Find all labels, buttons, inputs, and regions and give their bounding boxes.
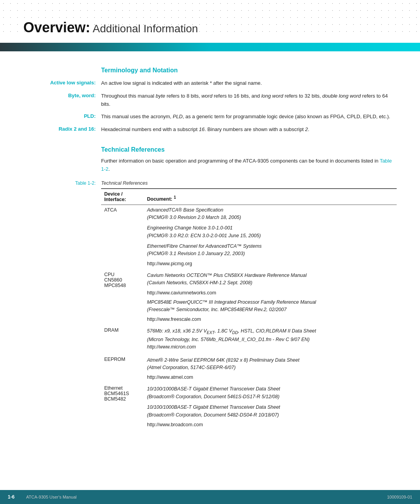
table-row: CPUCN5860MPC8548 Cavium Networks OCTEON™… [101,268,397,289]
footer: 1-6 ATCA-9305 User's Manual 10009109-01 [0,490,420,504]
footer-page-num: 1-6 [8,494,14,500]
header-title: Overview: Additional Information [23,12,397,40]
term-label-radix: Radix 2 and 16: [23,126,101,132]
col-document: Document: 1 [144,189,397,205]
page-wrapper: Overview: Additional Information Termino… [0,0,420,504]
term-row-radix: Radix 2 and 16: Hexadecimal numbers end … [23,126,397,134]
table-row: ATCA AdvancedTCA® Base Specification(PIC… [101,205,397,223]
table-row: DRAM 576Mb: x9, x18, x36 2.5V VEXT, 1.8C… [101,324,397,352]
device-cell-atca: ATCA [101,205,144,268]
table-row: Engineering Change Notice 3.0-1.0-001(PI… [101,223,397,241]
term-row-pld: PLD: This manual uses the acronym, PLD, … [23,113,397,121]
table-row: http://www.atmel.com [101,373,397,382]
teal-bar [0,43,420,51]
term-row-byte-word: Byte, word: Throughout this manual byte … [23,92,397,108]
term-desc-pld: This manual uses the acronym, PLD, as a … [101,113,397,121]
term-desc-byte-word: Throughout this manual byte refers to 8 … [101,92,397,108]
url-cell: http://www.broadcom.com [144,420,397,429]
footer-manual-title: ATCA-9305 User's Manual [26,495,77,499]
col-device: Device /Interface: [101,189,144,205]
device-cell-eeprom: EEPROM [101,353,144,382]
table-header-row: Device /Interface: Document: 1 [101,189,397,205]
terminology-title: Terminology and Notation [101,67,178,74]
device-cell-ethernet: EthernetBCM5461SBCM5482 [101,382,144,429]
doc-cell: Atmel® 2-Wire Serial EEPROM 64K (8192 x … [144,353,397,373]
url-cell: http://www.freescale.com [144,315,397,324]
tech-ref-section: Technical References Further information… [23,146,397,429]
table-link[interactable]: Table 1-2 [101,158,392,172]
term-label-active-low: Active low signals: [23,79,101,86]
doc-cell: MPC8548E PowerQUICC™ III Integrated Proc… [144,297,397,315]
table-label-val: Technical References [101,180,148,186]
term-label-byte-word: Byte, word: [23,92,101,98]
ref-table: Device /Interface: Document: 1 ATCA Adva… [101,188,397,429]
doc-cell: Cavium Networks OCTEON™ Plus CN58XX Hard… [144,268,397,289]
title-rest: Additional Information [90,23,198,35]
tech-ref-title: Technical References [101,146,164,153]
title-bold: Overview: [23,19,90,35]
doc-cell: AdvancedTCA® Base Specification(PICMG® 3… [144,205,397,223]
term-desc-active-low: An active low signal is indicated with a… [101,79,397,88]
table-row: MPC8548E PowerQUICC™ III Integrated Proc… [101,297,397,315]
ref-table-wrapper: Device /Interface: Document: 1 ATCA Adva… [101,188,397,429]
device-cell-cpu: CPUCN5860MPC8548 [101,268,144,324]
table-row: Ethernet/Fibre Channel for AdvancedTCA™ … [101,241,397,259]
url-cell: http://www.atmel.com [144,373,397,382]
doc-cell: 576Mb: x9, x18, x36 2.5V VEXT, 1.8C VDD,… [144,324,397,352]
footer-doc-num: 10009109-01 [387,495,412,499]
terminology-section: Terminology and Notation Active low sign… [23,67,397,134]
table-row: http://www.picmg.org [101,259,397,268]
table-label-row: Table 1-2: Technical References [23,180,397,186]
doc-cell: Ethernet/Fibre Channel for AdvancedTCA™ … [144,241,397,259]
doc-cell: 10/100/1000BASE-T Gigabit Ethernet Trans… [144,402,397,420]
term-row-active-low: Active low signals: An active low signal… [23,79,397,88]
url-cell: http://www.picmg.org [144,259,397,268]
table-row: EEPROM Atmel® 2-Wire Serial EEPROM 64K (… [101,353,397,373]
header-section: Overview: Additional Information [0,0,420,40]
table-row: 10/100/1000BASE-T Gigabit Ethernet Trans… [101,402,397,420]
table-label-key: Table 1-2: [23,180,101,186]
doc-cell: Engineering Change Notice 3.0-1.0-001(PI… [144,223,397,241]
table-row: EthernetBCM5461SBCM5482 10/100/1000BASE-… [101,382,397,402]
term-desc-radix: Hexadecimal numbers end with a subscript… [101,126,397,134]
table-row: http://www.freescale.com [101,315,397,324]
term-label-pld: PLD: [23,113,101,119]
table-row: http://www.caviumnetworks.com [101,289,397,297]
table-row: http://www.broadcom.com [101,420,397,429]
url-cell: http://www.caviumnetworks.com [144,289,397,297]
device-cell-dram: DRAM [101,324,144,352]
doc-cell: 10/100/1000BASE-T Gigabit Ethernet Trans… [144,382,397,402]
tech-ref-intro: Further information on basic operation a… [101,157,397,173]
main-content: Terminology and Notation Active low sign… [0,51,420,454]
